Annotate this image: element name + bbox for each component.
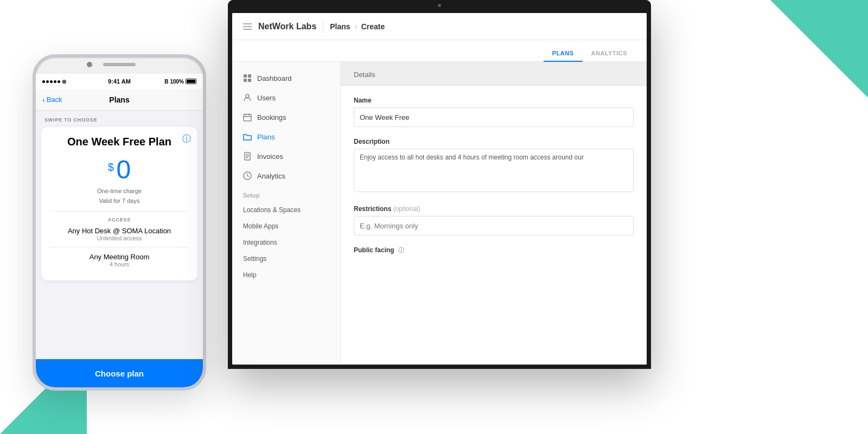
name-input[interactable] <box>354 107 634 127</box>
laptop-wrapper: NetWork Labs Plans › Create PLANS ANALYT… <box>228 0 868 369</box>
price-amount: 0 <box>116 155 131 184</box>
svg-point-4 <box>246 94 249 98</box>
sidebar-item-mobile-apps[interactable]: Mobile Apps <box>232 218 340 234</box>
user-icon <box>243 93 252 102</box>
calendar-icon <box>243 113 252 122</box>
public-facing-label-text: Public facing <box>354 246 394 254</box>
svg-rect-3 <box>248 79 251 82</box>
tab-analytics[interactable]: ANALYTICS <box>583 46 636 62</box>
wifi-icon: ⊜ <box>62 79 66 85</box>
battery-icon <box>186 79 196 84</box>
signal-dot-2 <box>46 80 49 83</box>
nav-bar: ‹ Back Plans <box>36 89 203 111</box>
sidebar-analytics-label: Analytics <box>257 172 285 180</box>
grid-icon <box>243 74 252 82</box>
signal-dot-5 <box>58 80 60 83</box>
app-tabs: PLANS ANALYTICS <box>232 40 647 62</box>
name-label: Name <box>354 97 634 104</box>
plan-divider-2 <box>50 247 189 247</box>
signal-dot-1 <box>42 80 45 83</box>
sidebar-item-help[interactable]: Help <box>232 267 340 283</box>
form-group-name: Name <box>354 97 634 127</box>
details-header: Details <box>341 62 647 86</box>
tab-plans-label: PLANS <box>552 50 574 56</box>
form-group-public-facing: Public facing ⓘ <box>354 246 634 254</box>
restrictions-input[interactable] <box>354 216 634 235</box>
svg-rect-1 <box>248 74 251 78</box>
hamburger-line-3 <box>243 29 252 30</box>
info-icon[interactable]: ⓘ <box>182 133 191 145</box>
form-group-description: Description <box>354 138 634 194</box>
restrictions-label: Restrictions (optional) <box>354 205 634 213</box>
access-label: ACCESS <box>50 217 189 222</box>
plan-name: One Week Free Plan <box>50 136 189 148</box>
sidebar-bookings-label: Bookings <box>257 113 286 122</box>
nav-back-label: Back <box>47 95 62 104</box>
setup-section-label: Setup <box>232 186 340 202</box>
folder-icon <box>243 132 252 141</box>
choose-plan-button[interactable]: Choose plan <box>36 359 203 387</box>
sidebar-item-locations[interactable]: Locations & Spaces <box>232 202 340 218</box>
svg-rect-0 <box>244 74 247 78</box>
laptop-camera-bar <box>228 0 651 11</box>
tab-plans[interactable]: PLANS <box>544 46 583 62</box>
sidebar-item-analytics[interactable]: Analytics <box>232 166 340 186</box>
breadcrumb-parent[interactable]: Plans <box>330 22 350 31</box>
choose-plan-label: Choose plan <box>95 369 144 378</box>
header-divider <box>323 20 323 33</box>
sidebar-item-dashboard[interactable]: Dashboard <box>232 68 340 88</box>
restrictions-optional: (optional) <box>393 205 420 213</box>
app-logo: NetWork Labs <box>258 22 316 31</box>
main-content: Details Name Description <box>341 62 647 365</box>
hamburger-menu-button[interactable] <box>243 23 252 30</box>
sidebar-item-integrations[interactable]: Integrations <box>232 234 340 251</box>
sidebar-users-label: Users <box>257 94 276 102</box>
tab-analytics-label: ANALYTICS <box>591 50 627 56</box>
iphone-speaker <box>103 63 136 66</box>
iphone-camera <box>87 62 92 67</box>
sidebar-item-plans[interactable]: Plans <box>232 127 340 146</box>
signal-dot-3 <box>50 80 53 83</box>
file-icon <box>243 152 252 161</box>
plan-card: ⓘ One Week Free Plan $ 0 One-time charge… <box>41 127 197 280</box>
sidebar: Dashboard Users Bookings <box>232 62 341 365</box>
app-body: Dashboard Users Bookings <box>232 62 647 365</box>
access-item-2-name: Any Meeting Room <box>50 253 189 261</box>
status-bar: ⊜ 9:41 AM B 100% <box>36 74 203 89</box>
plan-divider <box>50 211 189 212</box>
clock-icon <box>243 171 252 180</box>
public-facing-info-icon: ⓘ <box>398 247 404 253</box>
battery-fill <box>187 80 195 83</box>
breadcrumb: Plans › Create <box>330 22 385 31</box>
swipe-label: SWIPE TO CHOOSE <box>36 111 203 127</box>
sidebar-item-users[interactable]: Users <box>232 88 340 107</box>
price-dollar-symbol: $ <box>108 161 114 173</box>
iphone-wrapper: ⊜ 9:41 AM B 100% ‹ Back <box>33 54 206 391</box>
access-item-2: Any Meeting Room 4 hours <box>50 253 189 267</box>
back-chevron-icon: ‹ <box>42 95 45 104</box>
app-header: NetWork Labs Plans › Create <box>232 13 647 40</box>
battery-percent: 100% <box>170 79 184 85</box>
nav-back-button[interactable]: ‹ Back <box>42 95 62 104</box>
nav-title: Plans <box>109 95 129 104</box>
sidebar-item-settings[interactable]: Settings <box>232 251 340 267</box>
description-textarea[interactable] <box>354 149 634 192</box>
sidebar-item-invoices[interactable]: Invoices <box>232 146 340 166</box>
form-group-restrictions: Restrictions (optional) <box>354 205 634 235</box>
description-label: Description <box>354 138 634 145</box>
laptop-screen: NetWork Labs Plans › Create PLANS ANALYT… <box>232 13 647 365</box>
status-right: B 100% <box>164 79 196 85</box>
sidebar-invoices-label: Invoices <box>257 152 283 161</box>
restrictions-label-text: Restrictions <box>354 205 391 213</box>
signal-dots <box>42 80 60 83</box>
status-left: ⊜ <box>42 79 66 85</box>
details-form: Name Description Restrictions (opt <box>341 86 647 365</box>
scene: ⊜ 9:41 AM B 100% ‹ Back <box>0 0 868 434</box>
public-facing-label: Public facing ⓘ <box>354 246 634 254</box>
hamburger-line-2 <box>243 26 252 27</box>
access-item-1-name: Any Hot Desk @ SOMA Location <box>50 227 189 235</box>
sidebar-item-bookings[interactable]: Bookings <box>232 107 340 127</box>
plan-price-desc-1: One-time charge <box>50 187 189 196</box>
breadcrumb-arrow-icon: › <box>355 23 357 30</box>
status-time: 9:41 AM <box>108 78 131 85</box>
